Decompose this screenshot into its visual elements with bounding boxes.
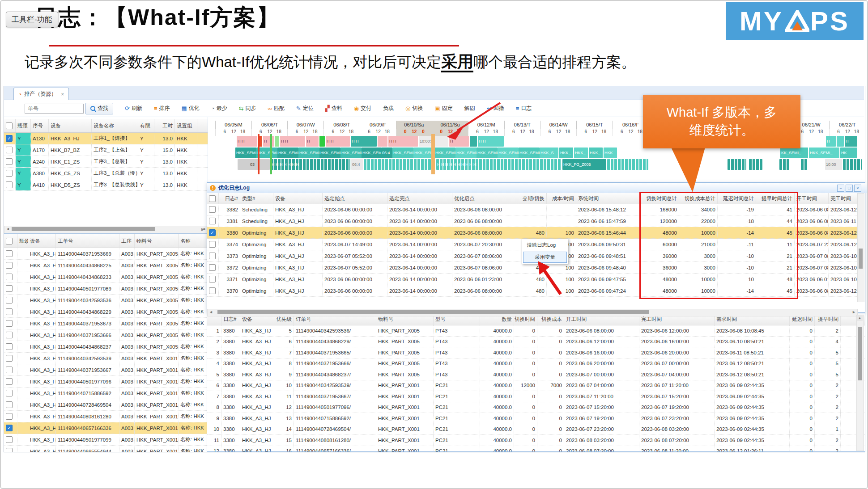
- gantt-bar[interactable]: HKK_SEMI_: [277, 148, 298, 158]
- detail-row[interactable]: 63380HKK_A3_HJ101114900440342593539/HKK_…: [207, 380, 865, 392]
- row-checkbox[interactable]: [6, 285, 13, 292]
- row-checkbox[interactable]: [6, 274, 13, 280]
- detail-row[interactable]: 53380HKK_A3_HJ91114900440434868237/HKK_P…: [207, 369, 865, 380]
- menu-item-adopt-variables[interactable]: 采用变量: [523, 252, 567, 263]
- gantt-bar[interactable]: HKK_: [589, 148, 603, 158]
- gantt-bar[interactable]: H H H H H H H H H H: [436, 159, 562, 170]
- toolbar-button-固定[interactable]: ▣固定: [434, 105, 452, 112]
- gantt-bar[interactable]: [801, 159, 807, 170]
- workorder-row[interactable]: HKK_A3_HJ1114900440728469504A003HKK_PART…: [4, 399, 208, 411]
- row-checkbox[interactable]: [6, 158, 13, 165]
- gantt-bar[interactable]: HKK_SEMI_: [298, 148, 319, 158]
- gantt-bar[interactable]: HKK_SEMI_: [340, 148, 362, 158]
- gantt-bar[interactable]: HK: [840, 148, 857, 158]
- gantt-bar[interactable]: H H: [280, 136, 305, 147]
- row-checkbox[interactable]: ✓: [6, 425, 13, 431]
- gantt-bar[interactable]: [779, 159, 790, 170]
- workorder-row[interactable]: HKK_A3_HJ1114900440371953667A003HKK_PART…: [4, 364, 208, 376]
- gantt-bar[interactable]: HKK_SEMI_: [498, 148, 519, 158]
- workorder-row[interactable]: HKK_A3_HJ1114900440371953666A003HKK_PART…: [4, 329, 208, 341]
- workorder-row[interactable]: HKK_A3_HJ1114900440434868233A003HKK_PART…: [4, 271, 208, 283]
- gantt-bar[interactable]: HKK_FG_Z005: [562, 159, 606, 170]
- row-checkbox[interactable]: ✓: [6, 135, 13, 142]
- detail-row[interactable]: 113380HKK_A3_HJ151114900440808161280/HKK…: [207, 435, 865, 446]
- gantt-bar[interactable]: H H: [478, 136, 504, 147]
- toolbar-button-负载[interactable]: 负载: [383, 105, 394, 112]
- detail-row[interactable]: 33380HKK_A3_HJ71114900440371953665/HKK_P…: [207, 347, 865, 358]
- gantt-bar[interactable]: HKK_S: [540, 148, 558, 158]
- toolbar-button-排序[interactable]: ≡排序: [154, 105, 170, 112]
- gantt-bar[interactable]: [728, 159, 746, 170]
- row-checkbox[interactable]: [6, 320, 13, 327]
- gantt-bar[interactable]: HKK_SEMI_: [477, 148, 498, 158]
- workorder-row[interactable]: HKK_A3_HJ1114900440371953669A003HKK_PART…: [4, 248, 208, 260]
- row-checkbox[interactable]: [209, 253, 216, 259]
- workorder-row[interactable]: HKK_A3_HJ1114900440501977096A003HKK_PART…: [4, 376, 208, 388]
- gantt-bar[interactable]: [837, 136, 844, 147]
- row-checkbox[interactable]: [6, 413, 13, 420]
- toolbar-button-查料[interactable]: ▞查料: [325, 105, 342, 112]
- gantt-bar[interactable]: HKK_: [559, 148, 573, 158]
- gantt-bar[interactable]: HKK_SEMI_: [392, 148, 413, 158]
- row-checkbox[interactable]: [6, 262, 13, 269]
- detail-row[interactable]: 43380HKK_A3_HJ81114900440371953666/HKK_P…: [207, 358, 865, 370]
- gantt-bar[interactable]: [275, 136, 279, 147]
- gantt-bar[interactable]: H H H H H H H: [271, 159, 350, 170]
- gantt-bar[interactable]: [378, 136, 387, 147]
- workorder-row[interactable]: HKK_A3_HJ1114900440808161280A003HKK_PART…: [4, 411, 208, 422]
- log-vscrollbar[interactable]: [857, 193, 864, 302]
- maximize-icon[interactable]: □: [846, 185, 853, 192]
- gantt-bar[interactable]: HKK_SEMI_: [455, 148, 477, 158]
- log-row[interactable]: 3371OptimizingHKK_A3_HJ2023-06-06 00:00:…: [207, 274, 857, 285]
- gantt-bar[interactable]: H H: [237, 136, 257, 147]
- find-button[interactable]: 查找: [85, 103, 113, 114]
- row-checkbox[interactable]: [6, 367, 13, 373]
- close-icon[interactable]: ×: [854, 185, 861, 192]
- gantt-bar[interactable]: H: [845, 136, 857, 147]
- toolbar-button-同步[interactable]: ⇆同步: [239, 105, 256, 112]
- resource-row[interactable]: YA380HKK_C5_ZS工序3_【总装（慢）】Y13.0HKK: [4, 168, 208, 179]
- gantt-bar[interactable]: HKK_: [574, 148, 588, 158]
- select-all-checkbox[interactable]: [6, 122, 13, 129]
- row-checkbox[interactable]: [6, 170, 13, 177]
- row-checkbox[interactable]: [6, 448, 13, 452]
- toolbar-button-优化[interactable]: ▦优化: [182, 105, 200, 112]
- gantt-bar[interactable]: [843, 159, 862, 170]
- toolbar-button-回撤[interactable]: ↩回撤: [487, 105, 504, 112]
- gantt-bar[interactable]: 06:4: [351, 159, 363, 170]
- toolbar-button-匹配[interactable]: ∞匹配: [268, 105, 285, 112]
- toolbar-button-切换[interactable]: ◎切换: [405, 105, 423, 112]
- toolbar-button-交付[interactable]: ◉交付: [354, 105, 371, 112]
- detail-vscrollbar[interactable]: ▲: [856, 315, 864, 451]
- row-checkbox[interactable]: [6, 343, 13, 350]
- row-checkbox[interactable]: [6, 355, 13, 362]
- resource-row[interactable]: YA170HKK_B7_BZ工序2_【上色】Y15.0HKK: [4, 144, 208, 156]
- detail-row[interactable]: 93380HKK_A3_HJ131114900440715886592/HKK_…: [207, 413, 865, 424]
- log-hscrollbar[interactable]: ◄►: [207, 309, 858, 316]
- detail-row[interactable]: 73380HKK_A3_HJ111114900440371953667/HKK_…: [207, 391, 865, 402]
- gantt-bar[interactable]: HKK_SEMI_: [256, 148, 277, 158]
- row-checkbox[interactable]: ✓: [209, 229, 216, 236]
- order-search-input[interactable]: [25, 104, 84, 114]
- workorder-row[interactable]: HKK_A3_HJ1114900440665554944A003HKK_PART…: [4, 446, 208, 452]
- gantt-bar[interactable]: HKK_SEMI_: [434, 148, 455, 158]
- gantt-bar[interactable]: H H: [388, 136, 418, 147]
- workorder-row[interactable]: HKK_A3_HJ1114900440715886592A003HKK_PART…: [4, 388, 208, 399]
- gantt-bar[interactable]: HKK: [604, 148, 617, 158]
- workorder-row[interactable]: HKK_A3_HJ1114900440501977099A003HKK_PART…: [4, 434, 208, 446]
- gantt-bar[interactable]: KK_SEMI_: [780, 148, 808, 158]
- workorder-row[interactable]: HKK_A3_HJ1114900440434868229A003HKK_PART…: [4, 306, 208, 318]
- log-panel-titlebar[interactable]: ! 优化日志Log − □ ×: [207, 183, 867, 193]
- row-checkbox[interactable]: [6, 390, 13, 396]
- detail-row[interactable]: 83380HKK_A3_HJ121114900440501977096/HKK_…: [207, 402, 865, 413]
- gantt-bar[interactable]: H: [826, 136, 836, 147]
- row-checkbox[interactable]: [209, 276, 216, 282]
- gantt-bar[interactable]: H H: [351, 136, 377, 147]
- minimize-icon[interactable]: −: [837, 185, 844, 192]
- gantt-bar[interactable]: [607, 159, 648, 170]
- workorder-row[interactable]: HKK_A3_HJ1114900440434868237A003HKK_PART…: [4, 341, 208, 353]
- workorder-row[interactable]: ✓HKK_A3_HJ1114900440657166336A003HKK_PAR…: [4, 422, 208, 434]
- log-row[interactable]: 3370OptimizingHKK_A3_HJ2023-06-06 00:00:…: [207, 285, 857, 297]
- menu-item-clear-log[interactable]: 清除日志Log: [523, 240, 567, 250]
- gantt-bar[interactable]: H: [263, 136, 274, 147]
